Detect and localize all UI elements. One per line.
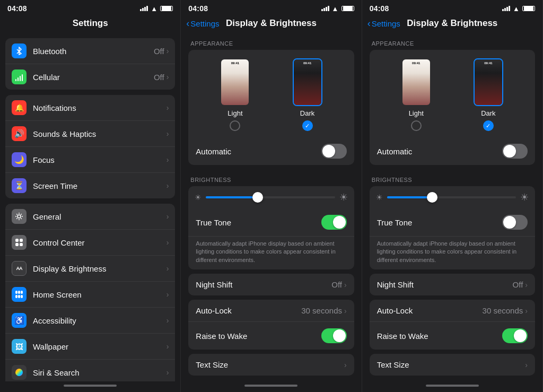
sun-large-d1-icon: ☀: [339, 191, 348, 203]
check-icon-d1: ✓: [305, 123, 310, 129]
raisetowake-row-d2: Raise to Wake: [370, 322, 535, 350]
settings-list[interactable]: Bluetooth Off › Cellular Off ›: [0, 33, 180, 381]
brightness-thumb-d1[interactable]: [252, 192, 263, 203]
truetone-row-d1: True Tone: [188, 208, 354, 237]
light-option-d1[interactable]: 09:41 Light: [220, 58, 250, 131]
brightness-fill-d2: [387, 196, 432, 198]
screentime-icon: ⏳: [12, 178, 27, 193]
nightshift-row-d2[interactable]: Night Shift Off ›: [370, 274, 535, 295]
nightshift-chevron-d2-icon: ›: [525, 281, 528, 289]
cellular-icon: [12, 69, 27, 84]
settings-row-cellular[interactable]: Cellular Off ›: [5, 64, 175, 90]
light-radio-d1[interactable]: [230, 120, 240, 131]
dark-label-d1: Dark: [300, 109, 314, 117]
settings-title: Settings: [73, 18, 108, 29]
raisetowake-toggle-d2[interactable]: [502, 328, 528, 343]
bluetooth-icon: [12, 43, 27, 58]
homescreen-label: Home Screen: [33, 290, 167, 299]
focus-chevron-icon: ›: [167, 155, 169, 164]
appearance-options-d2: 09:41 Light 09:41 Dark ✓: [370, 50, 535, 137]
nightshift-card-d2: Night Shift Off ›: [370, 274, 535, 295]
automatic-toggle-d1[interactable]: [321, 144, 347, 159]
truetone-note-d1: Automatically adapt iPhone display based…: [188, 237, 354, 269]
dark-option-d1[interactable]: 09:41 Dark ✓: [293, 58, 322, 131]
sun-small-d1-icon: ☀: [195, 193, 202, 202]
nightshift-row-d1[interactable]: Night Shift Off ›: [188, 274, 354, 295]
brightness-track-d1[interactable]: [206, 196, 335, 198]
autolock-row-d1[interactable]: Auto-Lock 30 seconds ›: [188, 300, 354, 322]
settings-row-general[interactable]: General ›: [5, 204, 175, 230]
brightness-fill-d1: [206, 196, 257, 198]
back-button-d1[interactable]: ‹ Settings: [186, 19, 219, 28]
settings-row-display[interactable]: AA Display & Brightness ›: [5, 256, 175, 282]
settings-row-sounds[interactable]: 🔊 Sounds & Haptics ›: [5, 121, 175, 147]
appearance-label-d2: APPEARANCE: [370, 33, 535, 50]
display-icon: AA: [12, 261, 27, 276]
controlcenter-icon: [12, 235, 27, 250]
textsize-row-d1[interactable]: Text Size ›: [188, 354, 354, 376]
autolock-chevron-d2-icon: ›: [525, 307, 528, 315]
time-settings: 04:08: [7, 4, 27, 13]
accessibility-icon: ♿: [12, 313, 27, 328]
display-panel-2: 04:08 ▲ ‹ Settings Display & Brightness …: [362, 0, 543, 392]
settings-row-bluetooth[interactable]: Bluetooth Off ›: [5, 38, 175, 64]
dark-radio-d1[interactable]: ✓: [302, 120, 313, 131]
nightshift-label-d2: Night Shift: [377, 280, 414, 289]
automatic-toggle-d2[interactable]: [502, 144, 528, 159]
settings-row-homescreen[interactable]: Home Screen ›: [5, 282, 175, 308]
settings-row-focus[interactable]: 🌙 Focus ›: [5, 147, 175, 173]
dark-thumb-d2: 09:41: [474, 58, 503, 106]
autolock-value-d1: 30 seconds: [301, 306, 342, 315]
light-thumb-d2: 09:41: [401, 58, 431, 106]
textsize-card-d2: Text Size ›: [370, 354, 535, 376]
back-chevron-d2-icon: ‹: [367, 19, 371, 28]
general-chevron-icon: ›: [167, 212, 169, 221]
brightness-thumb-d2[interactable]: [427, 192, 437, 203]
raisetowake-toggle-d1[interactable]: [321, 328, 347, 343]
controlcenter-chevron-icon: ›: [167, 238, 169, 247]
truetone-toggle-d2[interactable]: [502, 215, 528, 230]
status-bar-settings: 04:08 ▲: [0, 0, 180, 15]
textsize-row-d2[interactable]: Text Size ›: [370, 354, 535, 376]
dark-radio-d2[interactable]: ✓: [483, 120, 494, 131]
truetone-toggle-d1[interactable]: [321, 215, 347, 230]
appearance-options-d1: 09:41 Light 09:41 Dark ✓: [188, 50, 354, 137]
back-label-d2: Settings: [372, 19, 400, 28]
settings-row-siri[interactable]: Siri & Search ›: [5, 360, 175, 381]
brightness-slider-row-d2: ☀ ☀: [370, 186, 535, 208]
group-alerts: 🔔 Notifications › 🔊 Sounds & Haptics › 🌙…: [5, 95, 175, 198]
settings-row-accessibility[interactable]: ♿ Accessibility ›: [5, 308, 175, 334]
battery-icon: [160, 6, 173, 11]
nightshift-right-d2: Off ›: [513, 280, 528, 289]
light-radio-d2[interactable]: [411, 120, 422, 131]
dark-thumb-d1: 09:41: [293, 58, 322, 106]
brightness-label-d1: BRIGHTNESS: [188, 169, 354, 186]
dark-option-d2[interactable]: 09:41 Dark ✓: [474, 58, 503, 131]
nightshift-value-d2: Off: [513, 280, 523, 289]
appearance-card-d1: 09:41 Light 09:41 Dark ✓: [188, 50, 354, 165]
light-option-d2[interactable]: 09:41 Light: [401, 58, 431, 131]
brightness-track-d2[interactable]: [387, 196, 516, 198]
siri-icon: [12, 365, 27, 380]
raisetowake-thumb-d2: [514, 329, 527, 342]
screentime-chevron-icon: ›: [167, 181, 169, 190]
settings-row-screentime[interactable]: ⏳ Screen Time ›: [5, 173, 175, 198]
automatic-label-d1: Automatic: [196, 147, 231, 156]
svg-point-0: [17, 215, 21, 218]
autolock-label-d1: Auto-Lock: [196, 306, 232, 315]
bluetooth-value: Off: [154, 47, 164, 56]
sounds-label: Sounds & Haptics: [33, 129, 167, 138]
settings-row-notifications[interactable]: 🔔 Notifications ›: [5, 95, 175, 121]
status-icons-d2: ▲: [502, 5, 535, 13]
back-button-d2[interactable]: ‹ Settings: [367, 19, 400, 28]
sun-small-d2-icon: ☀: [376, 193, 383, 202]
status-icons-d1: ▲: [321, 5, 354, 13]
brightness-card-d1: ☀ ☀ True Tone Automatically adapt iPhone…: [188, 186, 354, 269]
truetone-thumb-d2: [503, 216, 516, 229]
automatic-row-d1: Automatic: [188, 137, 354, 165]
display-label: Display & Brightness: [33, 264, 167, 273]
settings-row-wallpaper[interactable]: 🖼 Wallpaper ›: [5, 334, 175, 360]
focus-label: Focus: [33, 155, 167, 164]
settings-row-controlcenter[interactable]: Control Center ›: [5, 230, 175, 256]
autolock-row-d2[interactable]: Auto-Lock 30 seconds ›: [370, 300, 535, 322]
